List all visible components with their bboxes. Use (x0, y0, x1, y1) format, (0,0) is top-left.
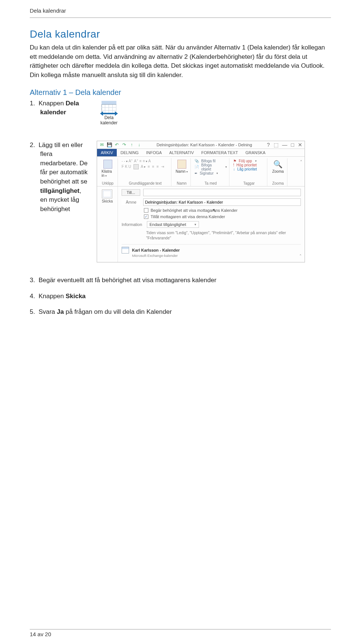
high-priority-button[interactable]: ! Hög prioritet (233, 163, 265, 167)
step-4-bold: Skicka (65, 293, 86, 300)
alternative-1-heading: Alternativ 1 – Dela kalender (30, 88, 331, 97)
tab-granska[interactable]: GRANSKA (242, 149, 269, 156)
step-5-bold: Ja (57, 308, 64, 315)
subject-label: Ämne (122, 199, 140, 205)
tab-alternativ[interactable]: ALTERNATIV (165, 149, 197, 156)
step-3-body: Begär eventuellt att få behörighet att v… (39, 277, 216, 284)
tab-formatera-text[interactable]: FORMATERA TEXT (197, 149, 242, 156)
quick-access-toolbar: ✉ 💾 ↶ ↷ ↑ ↓ (99, 142, 142, 147)
step-1-text: 1. Knappen Dela kalender (30, 99, 89, 117)
step-5-text: 5. Svara Ja på frågan om du vill dela di… (30, 307, 331, 317)
step-2-num: 2. (30, 141, 35, 149)
paste-button[interactable]: Klistra in (100, 159, 115, 178)
page-header-label: Dela kalendrar (30, 7, 331, 14)
font-bold-italic-underline[interactable]: F K U (122, 165, 131, 169)
step-4-a: Knappen (39, 293, 66, 300)
group-text-label: Grundläggande text (122, 181, 169, 185)
collapse-ribbon-icon[interactable]: ˄ (300, 160, 302, 165)
group-tags-label: Taggar (233, 181, 265, 185)
arrow-up-icon[interactable]: ↑ (129, 142, 134, 147)
step-5-a: Svara (39, 308, 57, 315)
names-button[interactable]: Namn (175, 159, 188, 174)
step-1-a: Knappen (39, 100, 66, 107)
availability-hint: Tiden visas som "Ledig", "Upptagen", "Pr… (146, 230, 301, 240)
step-4-num: 4. (30, 293, 35, 300)
paste-icon (103, 160, 112, 169)
send-label: Skicka (102, 199, 113, 203)
step-3-num: 3. (30, 277, 35, 284)
step-5-num: 5. (30, 308, 35, 315)
footer-rule (30, 629, 331, 629)
signature-button[interactable]: ✒ Signatur (194, 171, 227, 175)
restore-button[interactable]: □ (291, 142, 294, 148)
to-input[interactable] (143, 189, 301, 196)
share-calendar-label: Dela kalender (99, 115, 119, 125)
highlight-icon[interactable] (134, 164, 139, 169)
step-2-a: Lägg till en eller flera medarbetare. De… (39, 141, 88, 185)
follow-up-button[interactable]: ⚑ Följ upp (233, 159, 265, 163)
calendar-mini-icon (122, 247, 129, 254)
zoom-label: Zooma (272, 169, 284, 173)
step-3-text: 3. Begär eventuellt att få behörighet at… (30, 276, 331, 285)
header-rule (30, 17, 331, 18)
group-clipboard-label: Urklipp (100, 181, 115, 185)
request-permission-label: Begär behörighet att visa mottagarens Ka… (151, 208, 238, 213)
step-2-bold: tillgänglighet (40, 187, 80, 194)
minimize-button[interactable]: — (282, 142, 287, 148)
calendar-name: Karl Karlsson - Kalender (132, 248, 180, 252)
group-zoom-label: Zooma (271, 181, 285, 185)
step-1-num: 1. (30, 100, 35, 107)
zoom-icon: 🔍 (273, 160, 283, 169)
allow-recipient-checkbox[interactable]: ✓ (144, 214, 148, 219)
share-calendar-icon (102, 101, 116, 114)
calendar-sub: Microsoft Exchange-kalender (132, 254, 301, 258)
low-priority-button[interactable]: ↓ Låg prioritet (233, 167, 265, 171)
page-number: 14 av 20 (30, 631, 331, 637)
tab-infoga[interactable]: INFOGA (142, 149, 165, 156)
share-calendar-button[interactable]: Dela kalender (97, 99, 121, 127)
font-color-icon[interactable]: A (141, 165, 146, 169)
ribbon: Klistra in Urklipp --A˄A˅≡≡A F K U A ≡ (97, 157, 305, 186)
intro-paragraph: Du kan dela ut din kalender på ett par o… (30, 43, 331, 80)
names-icon (177, 160, 186, 169)
names-label: Namn (176, 169, 188, 173)
zoom-button[interactable]: 🔍 Zooma (271, 159, 285, 174)
availability-select[interactable]: Endast tillgänglighet (147, 221, 199, 228)
cursor-icon: ↖ (212, 207, 217, 213)
request-permission-checkbox[interactable] (144, 208, 148, 213)
help-button[interactable]: ? (267, 142, 270, 148)
ribbon-tabs: ARKIV DELNING INFOGA ALTERNATIV FORMATER… (97, 149, 305, 157)
tab-arkiv[interactable]: ARKIV (97, 149, 117, 156)
ribbon-options-button[interactable]: ⬚ (274, 142, 279, 148)
to-button[interactable]: Till... (122, 189, 140, 196)
group-include-label: Ta med (194, 181, 227, 185)
close-button[interactable]: ✕ (298, 142, 302, 148)
attach-item-button[interactable]: 📄 Bifoga objekt (194, 163, 227, 171)
window-title: Delningsinbjudan: Karl Karlsson - Kalend… (144, 143, 265, 147)
group-names-label: Namn (175, 181, 188, 185)
outlook-window: ✉ 💾 ↶ ↷ ↑ ↓ Delningsinbjudan: Karl Karls… (97, 141, 305, 262)
tab-delning[interactable]: DELNING (117, 149, 142, 156)
undo-icon[interactable]: ↶ (114, 142, 119, 147)
send-button[interactable]: Skicka (102, 189, 113, 203)
arrow-down-icon[interactable]: ↓ (136, 142, 142, 147)
mail-icon[interactable]: ✉ (99, 142, 104, 147)
save-icon[interactable]: 💾 (107, 142, 112, 147)
outlook-titlebar: ✉ 💾 ↶ ↷ ↑ ↓ Delningsinbjudan: Karl Karls… (97, 141, 305, 149)
allow-recipient-label: Tillåt mottagaren att visa denna Kalende… (151, 214, 225, 219)
step-5-b: på frågan om du vill dela din Kalender (64, 308, 172, 315)
redo-icon[interactable]: ↷ (122, 142, 127, 147)
attach-file-button[interactable]: 📎 Bifoga fil (194, 159, 227, 163)
page-title: Dela kalendrar (30, 28, 331, 40)
step-4-text: 4. Knappen Skicka (30, 292, 331, 301)
send-icon (102, 189, 112, 198)
subject-input[interactable] (143, 198, 301, 206)
paste-label: Klistra in (102, 169, 114, 178)
information-label: Information (122, 222, 144, 227)
scroll-up-icon[interactable]: ˄ (299, 254, 302, 259)
step-2-text: 2. Lägg till en eller flera medarbetare.… (30, 141, 89, 214)
